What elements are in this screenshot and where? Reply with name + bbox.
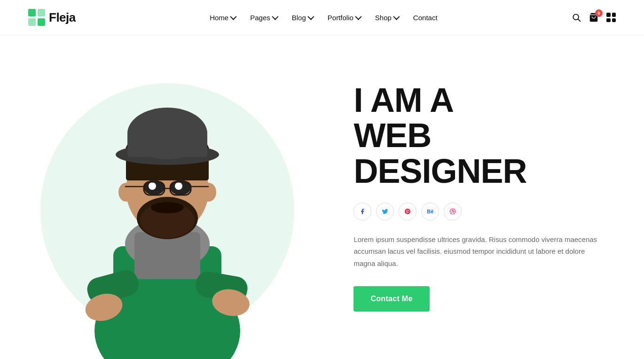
cart-badge: 0 — [595, 9, 603, 17]
social-behance-button[interactable]: Bē — [421, 203, 439, 220]
hero-content: I AM A WEB DESIGNER Bē Lorem ipsum suspe… — [335, 35, 644, 359]
svg-rect-3 — [38, 18, 45, 26]
hero-description: Lorem ipsum suspendisse ultrices gravida… — [353, 234, 598, 270]
header-icons: 0 — [572, 12, 616, 23]
behance-icon: Bē — [427, 209, 433, 214]
header: Fleja Home Pages Blog Portfolio Shop Con… — [0, 0, 644, 35]
pinterest-icon — [404, 208, 411, 215]
nav-contact[interactable]: Contact — [413, 14, 438, 22]
logo-text: Fleja — [49, 10, 76, 25]
hero-person-image — [55, 49, 280, 359]
twitter-icon — [382, 208, 388, 215]
dribbble-icon — [449, 208, 456, 215]
search-icon — [572, 13, 581, 22]
social-icons: Bē — [353, 203, 606, 220]
svg-rect-2 — [28, 18, 36, 26]
logo[interactable]: Fleja — [28, 9, 76, 26]
grid-icon — [606, 13, 616, 22]
nav-portfolio[interactable]: Portfolio — [328, 14, 360, 22]
chevron-down-icon — [355, 14, 361, 20]
grid-menu-button[interactable] — [606, 13, 616, 22]
chevron-down-icon — [272, 14, 278, 20]
svg-line-5 — [578, 19, 581, 22]
person-svg — [69, 58, 266, 359]
facebook-icon — [359, 208, 366, 215]
svg-point-18 — [118, 183, 134, 202]
search-button[interactable] — [572, 13, 581, 22]
svg-point-22 — [149, 182, 156, 190]
cart-button[interactable]: 0 — [589, 12, 599, 23]
hero-title: I AM A WEB DESIGNER — [353, 83, 606, 189]
chevron-down-icon — [393, 14, 400, 20]
social-dribbble-button[interactable] — [444, 203, 462, 220]
svg-point-19 — [201, 183, 216, 202]
social-twitter-button[interactable] — [376, 203, 394, 220]
chevron-down-icon — [230, 14, 237, 20]
svg-rect-0 — [28, 9, 36, 16]
svg-point-32 — [151, 202, 184, 213]
nav-blog[interactable]: Blog — [292, 14, 313, 22]
svg-rect-1 — [38, 9, 45, 16]
nav-pages[interactable]: Pages — [250, 14, 277, 22]
svg-point-23 — [175, 182, 182, 190]
nav-shop[interactable]: Shop — [375, 14, 398, 22]
chevron-down-icon — [307, 14, 314, 20]
main-nav: Home Pages Blog Portfolio Shop Contact — [210, 14, 437, 22]
hero-image-area — [0, 35, 335, 359]
social-facebook-button[interactable] — [353, 203, 371, 220]
logo-icon — [28, 9, 45, 26]
svg-rect-17 — [127, 133, 207, 157]
social-pinterest-button[interactable] — [399, 203, 416, 220]
hero-section: I AM A WEB DESIGNER Bē Lorem ipsum suspe… — [0, 35, 644, 359]
contact-me-button[interactable]: Contact Me — [353, 286, 429, 312]
nav-home[interactable]: Home — [210, 14, 235, 22]
